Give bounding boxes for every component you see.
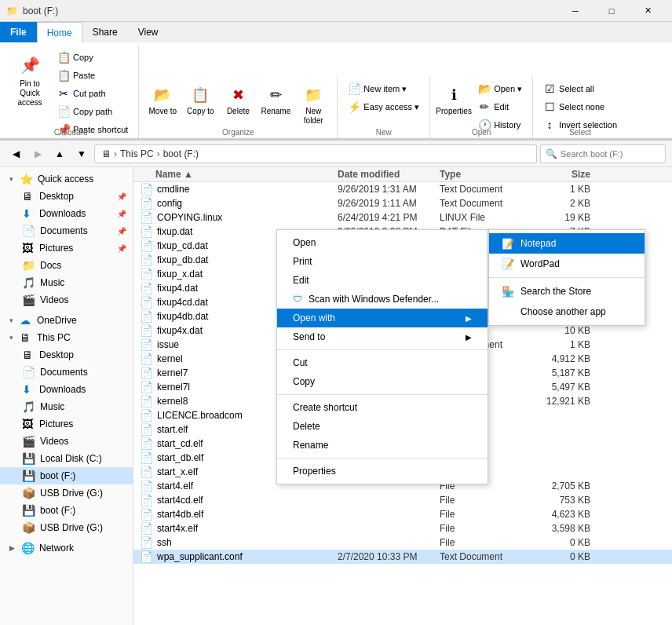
address-path[interactable]: 🖥 › This PC › boot (F:) (94, 144, 537, 163)
minimize-button[interactable]: ─ (557, 0, 593, 22)
sidebar-desktop-pc[interactable]: 🖥 Desktop (0, 346, 133, 364)
properties-button[interactable]: ℹ Properties (436, 80, 471, 120)
sidebar-item-desktop-qa[interactable]: 🖥 Desktop 📌 (0, 188, 133, 205)
file-size: 3,598 KB (534, 523, 597, 534)
file-name: start_db.elf (157, 452, 203, 463)
sidebar-quick-access-header[interactable]: ▾ ⭐ Quick access (0, 170, 133, 188)
search-box[interactable]: 🔍 (540, 144, 666, 163)
easy-access-button[interactable]: ⚡ Easy access ▾ (344, 98, 423, 115)
cut-path-button[interactable]: ✂ Cut path (53, 85, 132, 102)
recent-button[interactable]: ▼ (72, 144, 91, 163)
back-button[interactable]: ◀ (6, 144, 25, 163)
ctx-open[interactable]: Open (277, 233, 488, 252)
sidebar-item-pictures-qa[interactable]: 🖼 Pictures 📌 (0, 239, 133, 257)
copy-to-button[interactable]: 📋 Copy to (183, 80, 217, 120)
sidebar-usb-g2[interactable]: 📦 USB Drive (G:) (0, 519, 133, 536)
sidebar-boot-f2[interactable]: 💾 boot (F:) (0, 502, 133, 519)
file-icon: 📄 (140, 296, 154, 309)
file-row[interactable]: 📄 start4db.elf File 4,623 KB (133, 507, 672, 521)
col-header-type[interactable]: Type (440, 169, 534, 180)
file-row[interactable]: 📄 wpa_supplicant.conf 2/7/2020 10:33 PM … (133, 550, 672, 564)
select-none-button[interactable]: ☐ Select none (539, 98, 621, 115)
ctx-print[interactable]: Print (277, 252, 488, 271)
sidebar-network[interactable]: ▶ 🌐 Network (0, 539, 133, 557)
open-with-submenu: 📝 Notepad 📝 WordPad 🏪 Search the Store C… (488, 229, 645, 326)
paste-icon: 📋 (57, 69, 70, 82)
move-to-button[interactable]: 📂 Move to (145, 80, 180, 120)
sidebar-this-pc[interactable]: ▾ 🖥 This PC (0, 329, 133, 346)
select-all-button[interactable]: ☑ Select all (539, 80, 621, 97)
sidebar-pictures-pc[interactable]: 🖼 Pictures (0, 415, 133, 433)
tab-view[interactable]: View (128, 22, 169, 42)
submenu-store[interactable]: 🏪 Search the Store (489, 281, 645, 302)
sidebar-music-pc[interactable]: 🎵 Music (0, 398, 133, 415)
sidebar-downloads-pc[interactable]: ⬇ Downloads (0, 381, 133, 398)
delete-button[interactable]: ✖ Delete (221, 80, 255, 120)
sidebar-documents-pc[interactable]: 📄 Documents (0, 364, 133, 381)
col-header-size[interactable]: Size (534, 169, 597, 180)
copy-to-icon: 📋 (189, 84, 211, 106)
downloads-icon: ⬇ (22, 207, 35, 220)
ctx-create-shortcut[interactable]: Create shortcut (277, 398, 488, 417)
ctx-scan[interactable]: 🛡 Scan with Windows Defender... (277, 290, 488, 309)
close-button[interactable]: ✕ (630, 0, 666, 22)
file-row[interactable]: 📄 start4x.elf File 3,598 KB (133, 521, 672, 535)
col-header-date[interactable]: Date modified (338, 169, 440, 180)
ctx-properties[interactable]: Properties (277, 462, 488, 481)
sidebar-onedrive[interactable]: ▾ ☁ OneDrive (0, 312, 133, 329)
copy-button[interactable]: 📋 Copy (53, 49, 132, 66)
copy-label: Copy (73, 53, 93, 62)
up-button[interactable]: ▲ (50, 144, 69, 163)
col-header-name[interactable]: Name ▲ (133, 169, 338, 180)
file-date: 6/24/2019 4:21 PM (338, 212, 440, 223)
new-item-button[interactable]: 📄 New item ▾ (344, 80, 423, 97)
move-to-icon: 📂 (152, 84, 173, 106)
ctx-send-to[interactable]: Send to ▶ (277, 327, 488, 346)
ctx-edit[interactable]: Edit (277, 271, 488, 290)
file-name: fixup4.dat (157, 283, 198, 294)
tab-home[interactable]: Home (37, 22, 82, 43)
file-row[interactable]: 📄 cmdline 9/26/2019 1:31 AM Text Documen… (133, 182, 672, 196)
pin-label: Pin to Quick access (12, 79, 48, 108)
sidebar-boot-f[interactable]: 💾 boot (F:) (0, 467, 133, 484)
paste-button[interactable]: 📋 Paste (53, 67, 132, 84)
submenu-wordpad[interactable]: 📝 WordPad (489, 254, 645, 274)
network-label: Network (39, 543, 74, 554)
tab-share[interactable]: Share (82, 22, 128, 42)
ctx-delete[interactable]: Delete (277, 417, 488, 436)
file-row[interactable]: 📄 config 9/26/2019 1:11 AM Text Document… (133, 196, 672, 210)
sidebar-item-docs-qa[interactable]: 📁 Docs (0, 257, 133, 274)
file-name: fixup4db.dat (157, 311, 208, 322)
sidebar-item-videos-qa[interactable]: 🎬 Videos (0, 291, 133, 309)
file-row[interactable]: 📄 ssh File 0 KB (133, 535, 672, 550)
sidebar-item-downloads-qa[interactable]: ⬇ Downloads 📌 (0, 205, 133, 222)
submenu-choose-app[interactable]: Choose another app (489, 302, 645, 322)
rename-button[interactable]: ✏ Rename (258, 80, 293, 120)
open-button[interactable]: 📂 Open ▾ (474, 80, 526, 97)
edit-button[interactable]: ✏ Edit (474, 98, 526, 115)
ribbon-group-open: ℹ Properties 📂 Open ▾ ✏ Edit 🕐 History (430, 77, 533, 138)
ctx-rename[interactable]: Rename (277, 436, 488, 455)
path-this-pc[interactable]: This PC (120, 148, 154, 159)
submenu-notepad[interactable]: 📝 Notepad (489, 233, 645, 254)
maximize-button[interactable]: □ (593, 0, 630, 22)
file-row[interactable]: 📄 COPYING.linux 6/24/2019 4:21 PM LINUX … (133, 210, 672, 225)
new-folder-button[interactable]: 📁 New folder (296, 80, 331, 130)
file-row[interactable]: 📄 start4cd.elf File 753 KB (133, 493, 672, 507)
ctx-open-with[interactable]: Open with ▶ (277, 309, 488, 327)
copy-path-icon: 📄 (57, 105, 70, 118)
copy-path-button[interactable]: 📄 Copy path (53, 103, 132, 120)
forward-button[interactable]: ▶ (28, 144, 47, 163)
path-drive[interactable]: boot (F:) (163, 148, 199, 159)
sidebar-local-disk[interactable]: 💾 Local Disk (C:) (0, 450, 133, 467)
address-bar: ◀ ▶ ▲ ▼ 🖥 › This PC › boot (F:) 🔍 (0, 141, 672, 167)
ctx-cut[interactable]: Cut (277, 353, 488, 372)
sidebar-item-documents-qa[interactable]: 📄 Documents 📌 (0, 222, 133, 239)
pin-quick-access-button[interactable]: 📌 Pin to Quick access (9, 49, 50, 111)
ctx-copy[interactable]: Copy (277, 372, 488, 391)
tab-file[interactable]: File (0, 22, 37, 42)
sidebar-item-music-qa[interactable]: 🎵 Music (0, 274, 133, 291)
sidebar-videos-pc[interactable]: 🎬 Videos (0, 433, 133, 450)
search-input[interactable] (561, 149, 660, 159)
sidebar-usb-g[interactable]: 📦 USB Drive (G:) (0, 484, 133, 502)
